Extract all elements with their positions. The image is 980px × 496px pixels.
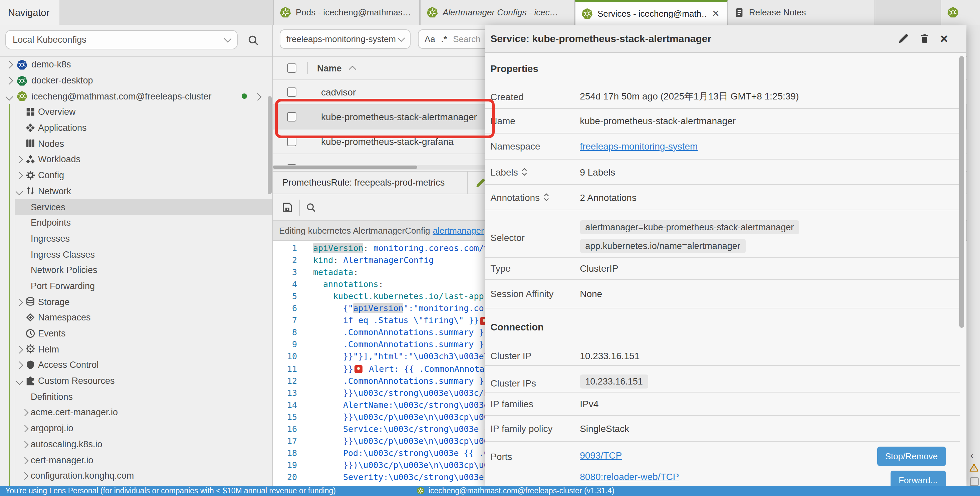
sidebar-item-helm[interactable]: Helm xyxy=(0,342,273,357)
drawer-scrollbar[interactable] xyxy=(959,56,964,327)
chevron-right-icon[interactable] xyxy=(22,407,27,418)
chevron-right-icon[interactable] xyxy=(17,297,22,307)
tab-release-notes[interactable]: Release Notes xyxy=(728,0,875,25)
navigator-scrollbar[interactable] xyxy=(268,96,272,194)
editing-prefix: Editing kubernetes AlertmanagerConfig xyxy=(279,226,430,236)
overview-icon xyxy=(25,107,36,118)
sidebar-item-autoscaling-k8s-io[interactable]: autoscaling.k8s.io xyxy=(0,436,273,452)
scrollbar-thumb[interactable] xyxy=(273,165,417,169)
namespace-link[interactable]: freeleaps-monitoring-system xyxy=(580,141,698,151)
search-icon[interactable] xyxy=(248,35,259,46)
line-number: 7 xyxy=(273,314,297,326)
sidebar-item-demo-k8s[interactable]: demo-k8s xyxy=(0,57,273,72)
code-line: Severity:\u003c/strong\u003e {{ xyxy=(343,471,499,483)
sidebar-item-definitions[interactable]: Definitions xyxy=(0,389,273,405)
sidebar-item-applications[interactable]: Applications xyxy=(0,120,273,136)
editor-search-icon[interactable] xyxy=(306,202,317,213)
close-icon[interactable]: × xyxy=(940,32,948,45)
sidebar-item-label: demo-k8s xyxy=(31,60,71,70)
sort-updown-icon[interactable] xyxy=(543,193,549,202)
save-icon[interactable] xyxy=(282,202,293,213)
tab-alertmanager-configs-ice[interactable]: Alertmanager Configs - icec… xyxy=(420,0,575,25)
sidebar-item-cert-manager-io[interactable]: cert-manager.io xyxy=(0,452,273,467)
sidebar-item-docker-desktop[interactable]: docker-desktop xyxy=(0,72,273,88)
sidebar-item-config[interactable]: Config xyxy=(0,168,273,183)
sidebar-item-configuration-konghq-com[interactable]: configuration.konghq.com xyxy=(0,468,273,484)
line-number: 16 xyxy=(273,423,297,435)
row-checkbox[interactable] xyxy=(287,137,296,146)
chevron-right-icon[interactable] xyxy=(22,439,27,449)
sidebar-item-network[interactable]: Network xyxy=(0,183,273,199)
kubeconfig-selector[interactable]: Local Kubeconfigs xyxy=(5,30,238,49)
code-token: }} xyxy=(343,364,353,374)
tab-label: Release Notes xyxy=(749,7,869,17)
sidebar-item-services[interactable]: Services xyxy=(0,199,273,215)
sidebar-item-nodes[interactable]: Nodes xyxy=(0,136,273,151)
sidebar-item-port-forwarding[interactable]: Port Forwarding xyxy=(0,278,273,294)
sidebar-item-label: Endpoints xyxy=(31,218,71,227)
kubeconfig-selector-value: Local Kubeconfigs xyxy=(13,35,86,45)
sort-asc-icon[interactable] xyxy=(348,66,356,73)
edit-pencil-icon[interactable] xyxy=(898,33,910,45)
chevron-down-icon[interactable] xyxy=(7,91,12,101)
sidebar-item-namespaces[interactable]: Namespaces xyxy=(0,310,273,326)
active-cluster-version[interactable]: icecheng@mathmast.com@freeleaps-cluster … xyxy=(429,487,614,495)
chevron-right-icon[interactable] xyxy=(22,455,27,465)
chevron-right-icon[interactable] xyxy=(17,360,22,370)
regex-icon[interactable]: .* xyxy=(441,34,447,44)
sidebar-item-label: Custom Resources xyxy=(38,376,115,386)
row-checkbox[interactable] xyxy=(287,87,296,97)
stop-remove-button[interactable]: Stop/Remove xyxy=(877,447,946,466)
collapse-chevron-icon[interactable]: ‹ xyxy=(970,450,973,461)
match-case-icon[interactable]: Aa xyxy=(425,34,435,44)
code-token: .CommonAnnotations.summary }}- xyxy=(343,339,494,350)
table-horizontal-scrollbar[interactable] xyxy=(273,165,485,170)
chevron-right-icon[interactable] xyxy=(22,423,27,433)
chevron-right-icon[interactable] xyxy=(7,60,12,70)
sidebar-item-acme-cert-manager-io[interactable]: acme.cert-manager.io xyxy=(0,405,273,420)
sidebar-item-overview[interactable]: Overview xyxy=(0,104,273,120)
chevron-right-icon[interactable] xyxy=(17,154,22,165)
sidebar-item-access-control[interactable]: Access Control xyxy=(0,357,273,373)
row-value: 9093/TCP8080:reloader-web/TCP xyxy=(580,442,679,486)
namespace-selector[interactable]: freeleaps-monitoring-system xyxy=(280,29,410,49)
sidebar-item-custom-resources[interactable]: Custom Resources xyxy=(0,373,273,389)
forward-button[interactable]: Forward... xyxy=(891,471,946,486)
chevron-right-icon[interactable] xyxy=(17,344,22,354)
code-line: Service:\u003c/strong\u003e {{ xyxy=(343,423,494,435)
name-column-header[interactable]: Name xyxy=(317,63,342,73)
chevron-right-icon[interactable] xyxy=(22,471,27,481)
sidebar-item-endpoints[interactable]: Endpoints xyxy=(0,215,273,231)
delete-trash-icon[interactable] xyxy=(920,33,930,45)
tab-services-icecheng-math-[interactable]: Services - icecheng@math…✕ xyxy=(575,0,728,25)
editing-resource-link[interactable]: alertmanager xyxy=(433,226,484,236)
sidebar-item-argoproj-io[interactable]: argoproj.io xyxy=(0,421,273,436)
code-token: Pod:\u003c/strong\u003e {{ .Comm xyxy=(343,448,504,458)
drawer-title: Service: kube-prometheus-stack-alertmana… xyxy=(490,33,711,45)
warning-icon[interactable] xyxy=(969,463,978,472)
drawer-row-ports: PortsStop/RemoveForward...9093/TCP8080:r… xyxy=(484,442,959,486)
port-link[interactable]: 8080:reloader-web/TCP xyxy=(580,471,679,482)
chevron-right-icon[interactable] xyxy=(7,75,12,86)
sidebar-item-events[interactable]: Events xyxy=(0,326,273,341)
select-all-checkbox[interactable] xyxy=(287,64,296,73)
sort-updown-icon[interactable] xyxy=(521,168,527,176)
sidebar-item-workloads[interactable]: Workloads xyxy=(0,151,273,167)
chevron-right-icon[interactable] xyxy=(17,170,22,180)
chevron-right-icon[interactable] xyxy=(255,91,260,101)
sidebar-item-storage[interactable]: Storage xyxy=(0,294,273,310)
sidebar-item-ingress-classes[interactable]: Ingress Classes xyxy=(0,246,273,262)
sidebar-item-network-policies[interactable]: Network Policies xyxy=(0,262,273,278)
tab-partial[interactable] xyxy=(940,0,980,25)
tab-pods-icecheng-mathmas-[interactable]: Pods - icecheng@mathmas… xyxy=(273,0,420,25)
sidebar-item-icecheng-mathmast-com-freeleaps-cluster[interactable]: icecheng@mathmast.com@freeleaps-cluster xyxy=(0,89,273,104)
port-link[interactable]: 9093/TCP xyxy=(580,450,622,461)
chevron-down-icon[interactable] xyxy=(17,186,22,196)
code-line: kind: AlertmanagerConfig xyxy=(313,254,434,266)
sidebar-item-ingresses[interactable]: Ingresses xyxy=(0,231,273,246)
line-number: 20 xyxy=(273,471,297,483)
kubernetes-icon xyxy=(581,8,593,19)
chevron-down-icon[interactable] xyxy=(17,376,22,386)
license-notice[interactable]: You're using Lens Personal (for individu… xyxy=(5,487,336,495)
tab-close-icon[interactable]: ✕ xyxy=(711,8,721,19)
